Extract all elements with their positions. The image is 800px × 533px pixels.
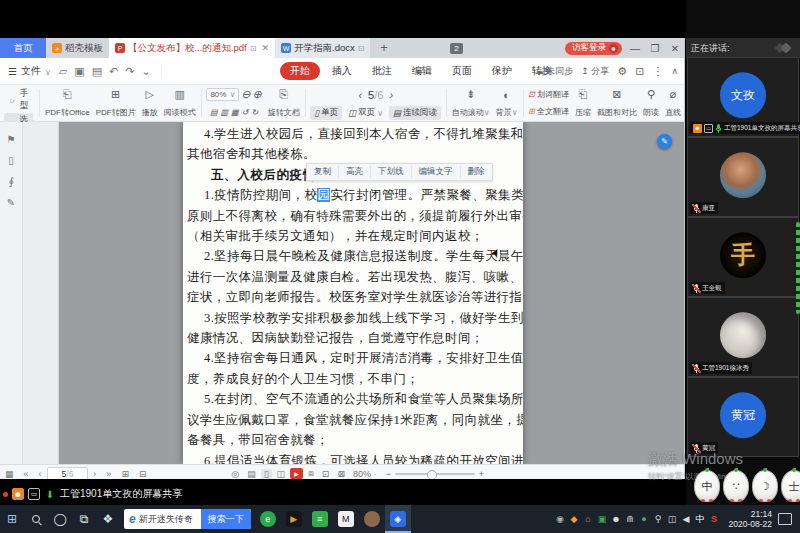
collapse-ribbon-icon[interactable] xyxy=(671,66,678,76)
pdf-to-image-button[interactable]: ⊞PDF转图片 xyxy=(93,85,139,121)
layout-single-icon[interactable]: ▯ xyxy=(261,469,272,479)
popup-action-高亮[interactable]: 高亮 xyxy=(339,166,371,178)
read-aloud-button[interactable]: ⚲朗读 xyxy=(640,85,662,121)
mv-app-button[interactable]: M xyxy=(333,505,359,533)
double-page-button[interactable]: ◫双页 xyxy=(344,106,387,120)
bookmark-icon[interactable]: ⚑ xyxy=(7,134,16,145)
settings-icon[interactable] xyxy=(617,65,627,78)
fit-width-icon[interactable]: ▥ xyxy=(221,108,229,117)
fit-actual-icon[interactable]: ⊠ xyxy=(334,469,348,479)
notification-badge[interactable]: 2 xyxy=(450,43,463,54)
rotate-doc-button[interactable]: ⎘旋转文档 xyxy=(265,85,303,121)
green-status-tray-icon[interactable]: ● xyxy=(638,505,651,533)
qq-tray-icon[interactable]: ☻ xyxy=(610,505,623,533)
taskbar-search-text[interactable]: 新开迷失传奇 xyxy=(139,513,201,526)
layout-continuous-icon[interactable]: ▤ xyxy=(244,469,259,479)
new-tab-button[interactable]: + xyxy=(370,38,397,58)
tencent-meeting-button[interactable]: ◈ xyxy=(385,505,411,533)
zoom-out-icon[interactable]: ⊖ xyxy=(239,88,252,101)
task-view-button[interactable]: ⧉ xyxy=(72,505,96,533)
media-player-button[interactable]: ▶ xyxy=(281,505,307,533)
taskbar-clock[interactable]: 21:14 2020-08-22 xyxy=(721,509,778,529)
thumbnail-view-icon[interactable]: ▦ xyxy=(0,469,19,479)
menu-tab-插入[interactable]: 插入 xyxy=(324,62,360,80)
zoom-out-icon[interactable]: − xyxy=(385,469,390,479)
link-tray-icon[interactable]: ◉ xyxy=(554,505,567,533)
menu-tab-页面[interactable]: 页面 xyxy=(444,62,480,80)
floating-edit-button[interactable]: ✎ xyxy=(657,134,672,149)
signature-icon[interactable]: ✎ xyxy=(7,197,15,208)
restore-button[interactable] xyxy=(648,43,662,54)
sync-status[interactable]: 未同步 xyxy=(535,65,574,78)
browser-green-button[interactable]: e xyxy=(255,505,281,533)
taskbar-search-box[interactable]: e 新开迷失传奇 搜索一下 xyxy=(124,509,251,529)
pages-icon[interactable]: ▯ xyxy=(8,155,14,166)
single-page-button[interactable]: ▯单页 xyxy=(310,106,342,120)
tab-docx[interactable]: W 开学指南.docx ⊡ xyxy=(275,38,370,58)
user-avatar-button[interactable] xyxy=(359,505,385,533)
undo-icon[interactable]: ↶ xyxy=(109,65,118,78)
full-translate-button[interactable]: ⊞全文翻译 xyxy=(528,106,569,117)
more-icon[interactable]: ⌄ xyxy=(142,65,151,78)
action-center-icon[interactable] xyxy=(778,513,792,525)
popup-action-下划线[interactable]: 下划线 xyxy=(371,166,412,178)
word-translate-button[interactable]: ⊡划词翻译 xyxy=(528,89,569,100)
zoom-slider-track[interactable] xyxy=(395,473,475,475)
guest-login-button[interactable]: 访客登录 ☻ xyxy=(565,42,622,55)
file-menu[interactable]: 文件 xyxy=(0,64,59,78)
more-menu-icon[interactable] xyxy=(652,65,663,78)
menu-tab-保护[interactable]: 保护 xyxy=(484,62,520,80)
tab-pdf-active[interactable]: P 【公文发布】校...的通知.pdf ⊡ ✕ xyxy=(109,38,275,58)
participant-tile[interactable]: 文孜☻▭工管1901单文孜的屏幕共享 xyxy=(688,58,798,136)
participant-tile[interactable]: 黄冠黄冠 xyxy=(688,378,798,456)
prev-page-icon[interactable]: ‹ xyxy=(358,89,362,101)
pdf-page[interactable]: 4.学生进入校园后，直接回到本人宿舍，不得扎堆聚集和进入其他宿舍和其他楼栋。五、… xyxy=(183,122,523,464)
popup-action-复制[interactable]: 复制 xyxy=(307,166,339,178)
microphone-tray-icon[interactable]: ⚲ xyxy=(652,505,665,533)
cortana-button[interactable]: ◯ xyxy=(48,505,72,533)
line-tool-button[interactable]: ⌀直线 xyxy=(662,85,684,121)
zoom-level[interactable]: 80% · xyxy=(350,469,380,479)
zoom-in-icon[interactable]: + xyxy=(479,469,484,479)
tab-home[interactable]: 首页 xyxy=(0,38,46,58)
background-button[interactable]: ◐背景 xyxy=(493,85,521,121)
attachment-icon[interactable]: ∮ xyxy=(8,176,13,187)
minimize-button[interactable] xyxy=(628,43,642,54)
sidebar-scrollbar[interactable] xyxy=(796,222,800,314)
zoom-in-icon[interactable]: ⊕ xyxy=(252,88,261,101)
next-page-icon[interactable]: › xyxy=(88,469,101,479)
taskbar-search-go-button[interactable]: 搜索一下 xyxy=(201,509,251,529)
green-app-tray-icon[interactable]: ▣ xyxy=(596,505,609,533)
popup-action-删除[interactable]: 删除 xyxy=(461,166,492,178)
rotate-left-icon[interactable]: ↺ xyxy=(242,108,249,117)
compress-button[interactable]: ⎗压缩 xyxy=(572,85,594,121)
fit-width-icon[interactable]: ⊡ xyxy=(319,469,333,479)
rotate-right-icon[interactable]: ↻ xyxy=(251,108,258,117)
prev-page-icon[interactable]: ‹ xyxy=(34,469,47,479)
fit-page-icon[interactable]: ⧈ xyxy=(305,468,317,479)
play-slideshow-button[interactable]: ▶ xyxy=(290,468,303,479)
save-icon[interactable]: ▣ xyxy=(74,65,84,78)
remove-page-icon[interactable]: ⊟ xyxy=(134,469,152,479)
continuous-read-button[interactable]: ▤连续阅读 xyxy=(389,106,441,120)
menu-tab-批注[interactable]: 批注 xyxy=(364,62,400,80)
participant-tile[interactable]: 康亚 xyxy=(688,138,798,216)
auto-scroll-button[interactable]: ⇟自动滚动 xyxy=(449,85,493,121)
network-tray-icon[interactable]: ⋒ xyxy=(624,505,637,533)
fit-page-icon[interactable]: ▤ xyxy=(210,108,218,117)
pinwheel-app-button[interactable]: ❖ xyxy=(96,505,120,533)
ime-indicator[interactable]: 中 xyxy=(694,505,707,533)
eye-protect-icon[interactable]: ◎ xyxy=(228,469,242,479)
snapshot-compare-button[interactable]: ⊠截图和对比 xyxy=(594,85,640,121)
home-tray-icon[interactable]: ⌂ xyxy=(582,505,595,533)
folder-icon[interactable]: ▱ xyxy=(59,65,67,78)
print-icon[interactable]: ▤ xyxy=(92,65,102,78)
redo-icon[interactable]: ↷ xyxy=(125,65,134,78)
tab-close-icon[interactable]: ✕ xyxy=(261,43,269,53)
search-button[interactable] xyxy=(24,505,48,533)
first-page-icon[interactable]: « xyxy=(19,469,34,479)
participant-tile[interactable]: 手王全银 xyxy=(688,218,798,296)
next-page-icon[interactable]: › xyxy=(389,89,393,101)
read-mode-button[interactable]: ▥阅读模式 xyxy=(161,85,199,121)
add-page-icon[interactable]: ⊞ xyxy=(116,469,134,479)
